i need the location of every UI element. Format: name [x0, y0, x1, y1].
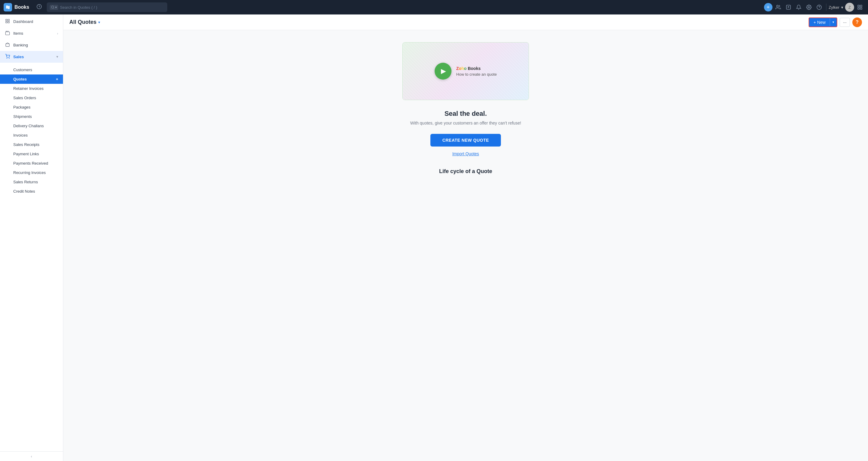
sidebar-item-sales-returns[interactable]: Sales Returns	[0, 177, 63, 187]
sidebar-item-items[interactable]: Items ›	[0, 27, 63, 39]
logo-icon	[4, 3, 12, 11]
items-icon	[5, 30, 10, 36]
sidebar-item-dashboard[interactable]: Dashboard	[0, 16, 63, 27]
header-actions: + New ▾ ··· ?	[809, 18, 862, 27]
user-name: Zylker	[829, 5, 839, 10]
sidebar-item-delivery-challans[interactable]: Delivery Challans	[0, 121, 63, 130]
quotes-add-badge[interactable]: +	[56, 77, 58, 82]
svg-rect-11	[858, 5, 859, 7]
svg-rect-12	[861, 5, 862, 7]
sidebar-item-credit-notes[interactable]: Credit Notes	[0, 187, 63, 196]
help-icon-button[interactable]	[815, 3, 824, 12]
search-scope-selector[interactable]: ▾	[50, 5, 58, 10]
more-options-button[interactable]: ···	[840, 18, 850, 27]
chevron-down-icon: ▾	[56, 55, 58, 59]
sidebar-item-quotes[interactable]: Quotes +	[0, 74, 63, 84]
tasks-icon-button[interactable]	[784, 3, 793, 12]
sidebar: Dashboard Items › Banking Sales	[0, 14, 63, 461]
quick-add-button[interactable]: +	[764, 3, 772, 11]
top-navigation: Books ▾ + Zylker	[0, 0, 868, 14]
notifications-icon-button[interactable]	[794, 3, 803, 12]
user-dropdown-icon: ▾	[841, 5, 843, 10]
sidebar-item-banking[interactable]: Banking	[0, 39, 63, 51]
sidebar-item-payment-links[interactable]: Payment Links	[0, 149, 63, 159]
history-button[interactable]	[35, 3, 44, 12]
empty-state-description: With quotes, give your customers an offe…	[410, 121, 521, 125]
svg-rect-14	[861, 8, 862, 9]
video-thumbnail: ▶ Zoho Books How to create an quote	[403, 42, 529, 100]
sidebar-item-customers[interactable]: Customers	[0, 65, 63, 74]
settings-icon-button[interactable]	[804, 3, 813, 12]
search-bar: ▾	[47, 2, 167, 12]
import-quotes-button[interactable]: Import Quotes	[453, 151, 479, 156]
sidebar-collapse-button[interactable]: ‹	[0, 451, 63, 461]
sidebar-item-label: Banking	[13, 43, 28, 47]
app-name: Books	[14, 4, 29, 10]
app-logo: Books	[4, 3, 29, 11]
empty-state-headline: Seal the deal.	[444, 110, 487, 118]
svg-rect-17	[6, 22, 7, 23]
user-menu[interactable]: Zylker ▾ Z	[829, 3, 854, 12]
banking-icon	[5, 42, 10, 48]
sidebar-item-sales[interactable]: Sales ▾	[0, 51, 63, 63]
svg-rect-16	[8, 19, 9, 21]
new-button-group: + New ▾	[809, 18, 837, 27]
sales-icon	[5, 54, 10, 60]
main-content-area: All Quotes ▾ + New ▾ ··· ? ▶	[63, 14, 868, 461]
contacts-icon-button[interactable]	[774, 3, 783, 12]
sidebar-item-invoices[interactable]: Invoices	[0, 130, 63, 140]
svg-rect-15	[6, 19, 7, 21]
page-title-area: All Quotes ▾	[69, 19, 100, 25]
new-dropdown-button[interactable]: ▾	[830, 19, 837, 26]
video-card[interactable]: ▶ Zoho Books How to create an quote	[402, 42, 529, 100]
top-actions: + Zylker ▾ Z	[764, 3, 864, 12]
sidebar-item-retainer-invoices[interactable]: Retainer Invoices	[0, 84, 63, 93]
sidebar-item-label: Dashboard	[13, 19, 33, 24]
sidebar-item-payments-received[interactable]: Payments Received	[0, 159, 63, 168]
apps-grid-button[interactable]	[855, 3, 864, 12]
sidebar-item-label: Sales	[13, 55, 24, 59]
svg-rect-20	[6, 44, 9, 47]
svg-point-1	[51, 6, 54, 8]
content-header: All Quotes ▾ + New ▾ ··· ?	[63, 14, 868, 30]
sales-submenu: Customers Quotes + Retainer Invoices Sal…	[0, 64, 63, 197]
sidebar-item-sales-orders[interactable]: Sales Orders	[0, 93, 63, 102]
svg-rect-19	[5, 32, 9, 35]
sidebar-item-shipments[interactable]: Shipments	[0, 112, 63, 121]
svg-point-21	[7, 58, 7, 58]
user-avatar: Z	[845, 3, 854, 12]
page-title: All Quotes	[69, 19, 96, 25]
sidebar-item-packages[interactable]: Packages	[0, 102, 63, 112]
svg-line-2	[53, 8, 54, 8]
empty-state-container: ▶ Zoho Books How to create an quote Seal…	[63, 30, 868, 461]
sidebar-item-sales-receipts[interactable]: Sales Receipts	[0, 140, 63, 149]
help-button[interactable]: ?	[852, 18, 862, 27]
svg-rect-18	[8, 22, 9, 23]
svg-point-8	[808, 7, 809, 8]
sidebar-item-label: Items	[13, 31, 23, 36]
new-button[interactable]: + New	[809, 18, 830, 27]
page-title-dropdown[interactable]: ▾	[98, 20, 100, 24]
dashboard-icon	[5, 19, 10, 24]
svg-point-22	[9, 58, 9, 58]
sidebar-item-recurring-invoices[interactable]: Recurring Invoices	[0, 168, 63, 177]
nav-divider	[826, 4, 827, 11]
chevron-right-icon: ›	[57, 32, 58, 35]
svg-point-3	[776, 5, 778, 7]
lifecycle-title: Life cycle of a Quote	[439, 168, 492, 175]
search-input[interactable]	[60, 5, 164, 10]
svg-rect-13	[858, 8, 859, 9]
create-new-quote-button[interactable]: CREATE NEW QUOTE	[430, 134, 501, 147]
